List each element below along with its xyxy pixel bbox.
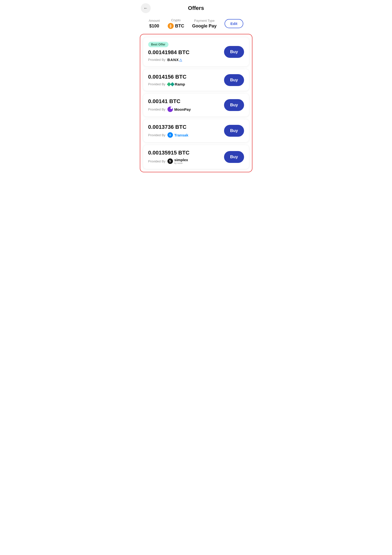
provided-by-label: Provided By (148, 133, 165, 137)
offer-left-ramp: 0.0014156 BTC Provided By Ramp (148, 74, 186, 86)
btc-icon: ₿ (168, 23, 174, 29)
amount-value: $100 (149, 23, 159, 29)
offer-amount-moonpay: 0.00141 BTC (148, 98, 191, 105)
provider-row-transak: Provided By Transak (148, 132, 188, 138)
ramp-diamonds-icon (167, 83, 174, 86)
offer-card-ramp: 0.0014156 BTC Provided By Ramp Buy (143, 69, 249, 91)
offer-card-moonpay: 0.00141 BTC Provided By MoonPay Buy (143, 94, 249, 116)
header: ← Offers (137, 0, 255, 15)
back-button[interactable]: ← (141, 3, 151, 13)
provider-row-ramp: Provided By Ramp (148, 82, 186, 86)
page-title: Offers (188, 5, 204, 11)
offer-amount-banx: 0.00141984 BTC (148, 49, 190, 56)
simplex-text: simplex (174, 158, 188, 162)
payment-summary: Payment Type Google Pay (192, 19, 217, 29)
offer-card-simplex: 0.00135915 BTC Provided By S simplex by … (143, 145, 249, 169)
offer-left-simplex: 0.00135915 BTC Provided By S simplex by … (148, 150, 190, 164)
offers-container: Best Offer 0.00141984 BTC Provided By BA… (140, 34, 252, 172)
moonpay-purple-circle (167, 107, 173, 112)
offer-card-transak: 0.0013736 BTC Provided By Transak Buy (143, 119, 249, 142)
payment-label: Payment Type (194, 19, 215, 22)
banx-text: BANX (167, 58, 179, 62)
simplex-sub-text: by nuvei (174, 162, 188, 165)
offer-left-transak: 0.0013736 BTC Provided By Transak (148, 124, 188, 138)
simplex-logo: S simplex by nuvei (167, 158, 188, 164)
summary-row: Amount $100 Crypto ₿ BTC Payment Type Go… (137, 15, 255, 34)
crypto-label: Crypto (171, 18, 181, 22)
offer-amount-simplex: 0.00135915 BTC (148, 150, 190, 156)
banx-triangle-icon: △ (179, 58, 182, 62)
offer-amount-transak: 0.0013736 BTC (148, 124, 188, 130)
transak-logo: Transak (167, 132, 188, 138)
ramp-logo: Ramp (167, 82, 185, 86)
buy-button-ramp[interactable]: Buy (224, 74, 244, 86)
provided-by-label: Provided By (148, 58, 165, 62)
offer-left-banx: Best Offer 0.00141984 BTC Provided By BA… (148, 42, 190, 62)
provided-by-label: Provided By (148, 82, 165, 86)
buy-button-simplex[interactable]: Buy (224, 151, 244, 163)
transak-text: Transak (174, 133, 188, 137)
amount-summary: Amount $100 (149, 19, 160, 29)
provided-by-label: Provided By (148, 108, 165, 111)
payment-value: Google Pay (192, 23, 217, 29)
provider-row-moonpay: Provided By MoonPay (148, 107, 191, 112)
provided-by-label: Provided By (148, 159, 165, 163)
crypto-value: ₿ BTC (168, 23, 184, 29)
edit-button[interactable]: Edit (225, 19, 243, 28)
crypto-value-text: BTC (175, 23, 184, 29)
provider-row-simplex: Provided By S simplex by nuvei (148, 158, 190, 164)
moonpay-logo: MoonPay (167, 107, 191, 112)
buy-button-moonpay[interactable]: Buy (224, 99, 244, 111)
diamond-teal-icon (170, 82, 174, 86)
buy-button-banx[interactable]: Buy (224, 46, 244, 58)
moonpay-text: MoonPay (174, 107, 191, 111)
banx-logo: BANX△ (167, 58, 183, 62)
moonpay-white-dot-icon (170, 107, 172, 109)
crypto-summary: Crypto ₿ BTC (168, 18, 184, 29)
simplex-name-block: simplex by nuvei (174, 158, 188, 164)
buy-button-transak[interactable]: Buy (224, 125, 244, 137)
moonpay-circle-icon (167, 107, 173, 112)
ramp-text: Ramp (175, 82, 185, 86)
simplex-icon: S (167, 158, 173, 164)
offer-amount-ramp: 0.0014156 BTC (148, 74, 186, 80)
best-offer-badge: Best Offer (148, 42, 168, 47)
transak-icon (167, 132, 173, 138)
amount-label: Amount (149, 19, 160, 22)
provider-row-banx: Provided By BANX△ (148, 58, 190, 62)
offer-card-banx: Best Offer 0.00141984 BTC Provided By BA… (143, 37, 249, 66)
offer-left-moonpay: 0.00141 BTC Provided By MoonPay (148, 98, 191, 112)
